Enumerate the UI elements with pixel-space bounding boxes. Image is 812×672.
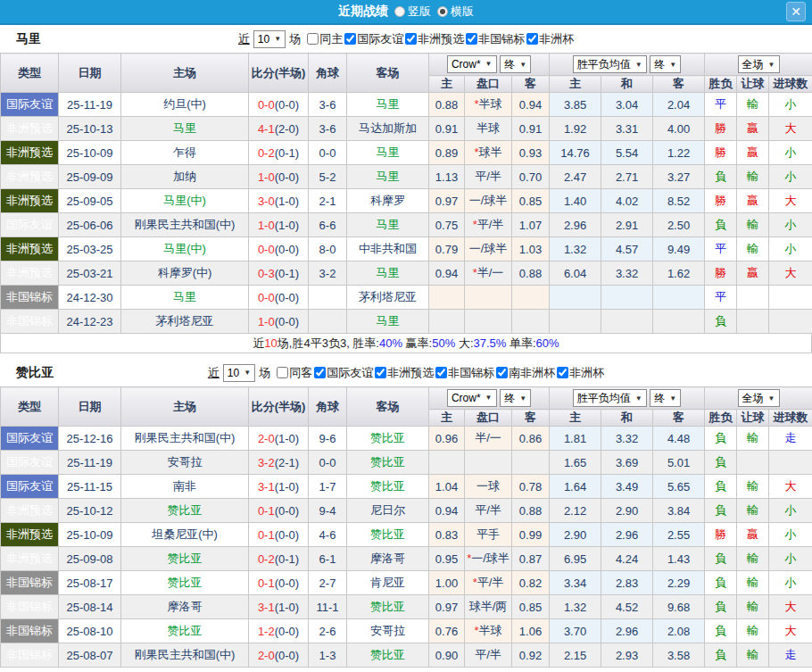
competition-badge: 非洲预选 (1, 499, 59, 523)
filter-checkbox[interactable]: 同客 (277, 365, 312, 381)
score-cell: 0-1(0-0) (249, 571, 309, 595)
filter-label: 非洲预选 (387, 365, 434, 381)
filter-checkbox[interactable]: 国际友谊 (344, 31, 403, 47)
avg-away-odds: 9.49 (653, 237, 705, 261)
away-team: 科摩罗 (347, 189, 429, 213)
match-date: 25-10-13 (59, 117, 121, 141)
page-title: 近期战绩 (338, 4, 388, 20)
competition-badge: 非国锦标 (1, 286, 59, 310)
filter-checkbox[interactable]: 非洲杯 (526, 31, 574, 47)
corners: 1-3 (309, 643, 347, 668)
recent-count-select[interactable]: 10 (253, 30, 286, 48)
away-team: 马里 (347, 93, 429, 117)
match-row: 非洲预选 25-10-09 坦桑尼亚(中) 0-1(0-0) 4-6 赞比亚 0… (1, 523, 812, 547)
avg-draw-odds (601, 310, 653, 334)
corners: 6-6 (309, 213, 347, 237)
handicap-line: 半球 (465, 117, 512, 141)
avg-draw-odds: 3.32 (601, 427, 653, 451)
handicap-away-odds (512, 310, 550, 334)
bookmaker-select[interactable]: Crow* (447, 389, 497, 407)
home-team: 坦桑尼亚(中) (121, 523, 249, 547)
filter-label: 非国锦标 (478, 31, 525, 47)
col-away: 客场 (347, 387, 429, 427)
filter-checkbox[interactable]: 非国锦标 (435, 365, 494, 381)
away-team: 赞比亚 (347, 451, 429, 475)
final-select[interactable]: 终 (500, 389, 531, 407)
corners: 1-7 (309, 475, 347, 499)
fulltime-score: 0-2 (258, 146, 275, 160)
final-select[interactable]: 终 (650, 55, 681, 73)
match-row: 非洲预选 25-03-25 马里(中) 0-0(0-0) 8-0 中非共和国 0… (1, 237, 812, 261)
scope-group: 全场 (705, 387, 812, 410)
layout-radio-horizontal[interactable]: 横版 (437, 4, 474, 20)
handicap-away-odds (512, 451, 550, 475)
away-team: 马里 (347, 213, 429, 237)
avg-draw-odds: 2.96 (601, 619, 653, 643)
corners: 4-6 (309, 523, 347, 547)
score-cell: 3-1(1-0) (249, 475, 309, 499)
recent-count-select[interactable]: 10 (223, 364, 255, 382)
result-wdl: 平 (705, 237, 737, 261)
filter-checkbox[interactable]: 非洲预选 (405, 31, 464, 47)
filter-checkbox[interactable]: 南非洲杯 (496, 365, 555, 381)
result-wdl: 負 (705, 475, 737, 499)
team-title: 马里 (16, 31, 41, 47)
summary-segment: 50% (432, 336, 455, 350)
fulltime-score: 1-2 (258, 625, 275, 638)
layout-radio-vertical[interactable]: 竖版 (394, 4, 431, 20)
avg-select[interactable]: 胜平负均值 (573, 55, 647, 73)
corners: 8-0 (309, 237, 347, 261)
avg-home-odds: 6.04 (550, 261, 601, 286)
score-cell: 0-0(0-0) (249, 93, 309, 117)
col-avg-away: 客 (653, 410, 705, 427)
final-select[interactable]: 终 (500, 55, 531, 73)
result-goals: 走 (769, 643, 812, 668)
corners: 11-1 (309, 595, 347, 619)
corners: 3-6 (309, 93, 347, 117)
handicap-home-odds: 0.88 (429, 93, 465, 117)
summary-segment: 赢率: (402, 336, 432, 350)
col-date: 日期 (59, 387, 121, 427)
avg-away-odds: 3.58 (653, 643, 705, 668)
close-icon[interactable]: ✕ (786, 2, 806, 21)
filter-checkbox[interactable]: 非国锦标 (466, 31, 525, 47)
summary-segment: 40% (379, 336, 402, 350)
filter-checkbox[interactable]: 同主 (307, 31, 343, 47)
col-wdl: 胜负 (705, 76, 737, 93)
result-handicap: 贏 (737, 141, 769, 165)
avg-draw-odds: 3.31 (601, 117, 653, 141)
filter-checkbox[interactable]: 非洲预选 (375, 365, 434, 381)
scope-select[interactable]: 全场 (738, 389, 780, 407)
away-team: 马里 (347, 261, 429, 286)
handicap-line: 平手 (465, 523, 512, 547)
home-team: 赞比亚 (121, 619, 249, 643)
competition-badge: 非洲预选 (1, 523, 59, 547)
avg-home-odds: 2.15 (550, 643, 601, 668)
corners: 0-0 (309, 141, 347, 165)
score-cell: 0-1(0-0) (249, 499, 309, 523)
handicap-away-odds: 0.85 (512, 189, 550, 213)
team-section-mali: 马里 近 10 场 同主国际友谊非洲预选非国锦标非洲杯 类型 日期 主场 比分(… (0, 25, 812, 353)
home-team: 安哥拉 (121, 451, 249, 475)
away-team: 马里 (347, 310, 429, 334)
filter-checkbox[interactable]: 国际友谊 (314, 365, 373, 381)
bookmaker-select[interactable]: Crow* (447, 55, 497, 73)
handicap-home-odds: 1.13 (429, 165, 465, 189)
away-team: 摩洛哥 (347, 547, 429, 571)
team-title: 赞比亚 (16, 365, 54, 381)
score-cell: 3-2(2-1) (249, 451, 309, 475)
match-row: 非国锦标 24-12-23 茅利塔尼亚 1-0(0-0) 马里 負 (1, 310, 812, 334)
avg-away-odds: 2.29 (653, 571, 705, 595)
col-away: 客场 (347, 54, 429, 93)
result-wdl: 勝 (705, 117, 737, 141)
filter-checkbox[interactable]: 非洲杯 (557, 365, 604, 381)
final-select[interactable]: 终 (650, 389, 681, 407)
recent-link[interactable]: 近 (238, 31, 250, 47)
matches-tbody: 国际友谊 25-12-16 刚果民主共和国(中) 2-0(1-0) 9-6 赞比… (1, 427, 812, 668)
result-handicap: 輸 (737, 595, 769, 619)
away-team: 赞比亚 (347, 427, 429, 451)
avg-select[interactable]: 胜平负均值 (573, 389, 647, 407)
recent-link[interactable]: 近 (208, 365, 220, 381)
scope-select[interactable]: 全场 (738, 55, 780, 73)
handicap-group: Crow* 终 (429, 54, 550, 76)
